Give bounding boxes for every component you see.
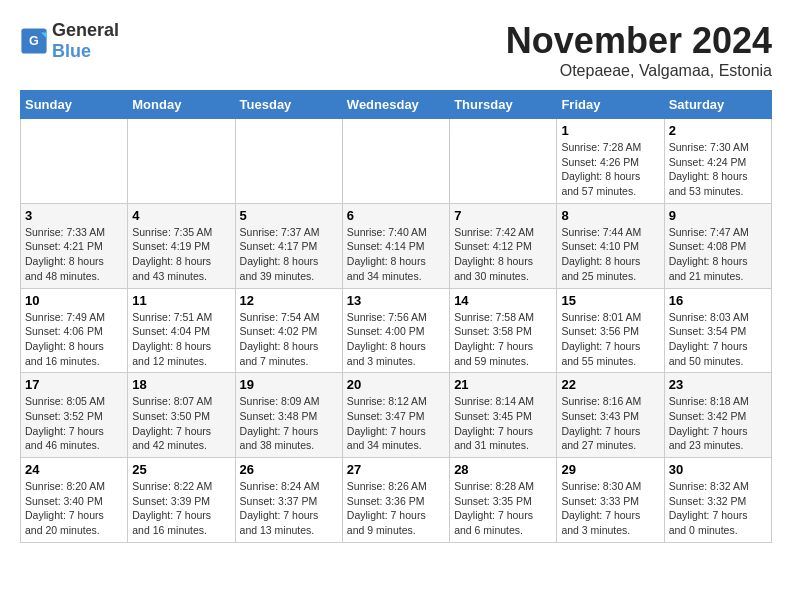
day-info: Sunrise: 7:30 AM Sunset: 4:24 PM Dayligh…: [669, 140, 767, 199]
table-row: 2Sunrise: 7:30 AM Sunset: 4:24 PM Daylig…: [664, 119, 771, 204]
day-number: 5: [240, 208, 338, 223]
location-subtitle: Otepaeae, Valgamaa, Estonia: [506, 62, 772, 80]
day-info: Sunrise: 8:30 AM Sunset: 3:33 PM Dayligh…: [561, 479, 659, 538]
table-row: 6Sunrise: 7:40 AM Sunset: 4:14 PM Daylig…: [342, 203, 449, 288]
day-info: Sunrise: 8:22 AM Sunset: 3:39 PM Dayligh…: [132, 479, 230, 538]
day-number: 2: [669, 123, 767, 138]
day-info: Sunrise: 7:54 AM Sunset: 4:02 PM Dayligh…: [240, 310, 338, 369]
day-info: Sunrise: 7:44 AM Sunset: 4:10 PM Dayligh…: [561, 225, 659, 284]
logo-icon: G: [20, 27, 48, 55]
col-thursday: Thursday: [450, 91, 557, 119]
day-number: 24: [25, 462, 123, 477]
table-row: 16Sunrise: 8:03 AM Sunset: 3:54 PM Dayli…: [664, 288, 771, 373]
day-info: Sunrise: 8:28 AM Sunset: 3:35 PM Dayligh…: [454, 479, 552, 538]
table-row: 26Sunrise: 8:24 AM Sunset: 3:37 PM Dayli…: [235, 458, 342, 543]
table-row: 21Sunrise: 8:14 AM Sunset: 3:45 PM Dayli…: [450, 373, 557, 458]
day-info: Sunrise: 8:03 AM Sunset: 3:54 PM Dayligh…: [669, 310, 767, 369]
table-row: 3Sunrise: 7:33 AM Sunset: 4:21 PM Daylig…: [21, 203, 128, 288]
table-row: 30Sunrise: 8:32 AM Sunset: 3:32 PM Dayli…: [664, 458, 771, 543]
calendar-table: Sunday Monday Tuesday Wednesday Thursday…: [20, 90, 772, 543]
calendar-week-row: 1Sunrise: 7:28 AM Sunset: 4:26 PM Daylig…: [21, 119, 772, 204]
day-number: 26: [240, 462, 338, 477]
day-number: 22: [561, 377, 659, 392]
day-number: 29: [561, 462, 659, 477]
col-saturday: Saturday: [664, 91, 771, 119]
table-row: 11Sunrise: 7:51 AM Sunset: 4:04 PM Dayli…: [128, 288, 235, 373]
logo: G General Blue: [20, 20, 119, 62]
day-info: Sunrise: 8:12 AM Sunset: 3:47 PM Dayligh…: [347, 394, 445, 453]
day-number: 4: [132, 208, 230, 223]
table-row: 17Sunrise: 8:05 AM Sunset: 3:52 PM Dayli…: [21, 373, 128, 458]
day-info: Sunrise: 7:49 AM Sunset: 4:06 PM Dayligh…: [25, 310, 123, 369]
day-number: 6: [347, 208, 445, 223]
day-number: 10: [25, 293, 123, 308]
logo-blue: Blue: [52, 41, 91, 61]
month-title: November 2024: [506, 20, 772, 62]
logo-text: General Blue: [52, 20, 119, 62]
day-info: Sunrise: 8:32 AM Sunset: 3:32 PM Dayligh…: [669, 479, 767, 538]
day-info: Sunrise: 8:05 AM Sunset: 3:52 PM Dayligh…: [25, 394, 123, 453]
day-number: 1: [561, 123, 659, 138]
page-header: G General Blue November 2024 Otepaeae, V…: [20, 20, 772, 80]
day-info: Sunrise: 7:35 AM Sunset: 4:19 PM Dayligh…: [132, 225, 230, 284]
day-info: Sunrise: 8:16 AM Sunset: 3:43 PM Dayligh…: [561, 394, 659, 453]
day-info: Sunrise: 8:09 AM Sunset: 3:48 PM Dayligh…: [240, 394, 338, 453]
day-number: 16: [669, 293, 767, 308]
day-number: 9: [669, 208, 767, 223]
table-row: [128, 119, 235, 204]
day-info: Sunrise: 8:20 AM Sunset: 3:40 PM Dayligh…: [25, 479, 123, 538]
day-number: 17: [25, 377, 123, 392]
table-row: 23Sunrise: 8:18 AM Sunset: 3:42 PM Dayli…: [664, 373, 771, 458]
day-number: 15: [561, 293, 659, 308]
table-row: 20Sunrise: 8:12 AM Sunset: 3:47 PM Dayli…: [342, 373, 449, 458]
table-row: 25Sunrise: 8:22 AM Sunset: 3:39 PM Dayli…: [128, 458, 235, 543]
day-info: Sunrise: 7:51 AM Sunset: 4:04 PM Dayligh…: [132, 310, 230, 369]
table-row: 24Sunrise: 8:20 AM Sunset: 3:40 PM Dayli…: [21, 458, 128, 543]
day-number: 8: [561, 208, 659, 223]
day-number: 21: [454, 377, 552, 392]
day-info: Sunrise: 7:42 AM Sunset: 4:12 PM Dayligh…: [454, 225, 552, 284]
table-row: 8Sunrise: 7:44 AM Sunset: 4:10 PM Daylig…: [557, 203, 664, 288]
table-row: 27Sunrise: 8:26 AM Sunset: 3:36 PM Dayli…: [342, 458, 449, 543]
day-info: Sunrise: 8:24 AM Sunset: 3:37 PM Dayligh…: [240, 479, 338, 538]
day-number: 3: [25, 208, 123, 223]
table-row: 5Sunrise: 7:37 AM Sunset: 4:17 PM Daylig…: [235, 203, 342, 288]
table-row: [235, 119, 342, 204]
day-number: 14: [454, 293, 552, 308]
table-row: 28Sunrise: 8:28 AM Sunset: 3:35 PM Dayli…: [450, 458, 557, 543]
day-number: 12: [240, 293, 338, 308]
table-row: 4Sunrise: 7:35 AM Sunset: 4:19 PM Daylig…: [128, 203, 235, 288]
table-row: 1Sunrise: 7:28 AM Sunset: 4:26 PM Daylig…: [557, 119, 664, 204]
col-monday: Monday: [128, 91, 235, 119]
day-number: 25: [132, 462, 230, 477]
day-info: Sunrise: 7:47 AM Sunset: 4:08 PM Dayligh…: [669, 225, 767, 284]
day-number: 23: [669, 377, 767, 392]
day-info: Sunrise: 7:28 AM Sunset: 4:26 PM Dayligh…: [561, 140, 659, 199]
day-info: Sunrise: 7:33 AM Sunset: 4:21 PM Dayligh…: [25, 225, 123, 284]
day-number: 18: [132, 377, 230, 392]
calendar-week-row: 24Sunrise: 8:20 AM Sunset: 3:40 PM Dayli…: [21, 458, 772, 543]
weekday-header-row: Sunday Monday Tuesday Wednesday Thursday…: [21, 91, 772, 119]
col-sunday: Sunday: [21, 91, 128, 119]
day-number: 30: [669, 462, 767, 477]
col-tuesday: Tuesday: [235, 91, 342, 119]
day-info: Sunrise: 7:58 AM Sunset: 3:58 PM Dayligh…: [454, 310, 552, 369]
table-row: 22Sunrise: 8:16 AM Sunset: 3:43 PM Dayli…: [557, 373, 664, 458]
day-number: 13: [347, 293, 445, 308]
day-info: Sunrise: 8:01 AM Sunset: 3:56 PM Dayligh…: [561, 310, 659, 369]
table-row: 19Sunrise: 8:09 AM Sunset: 3:48 PM Dayli…: [235, 373, 342, 458]
table-row: 7Sunrise: 7:42 AM Sunset: 4:12 PM Daylig…: [450, 203, 557, 288]
day-number: 19: [240, 377, 338, 392]
table-row: 15Sunrise: 8:01 AM Sunset: 3:56 PM Dayli…: [557, 288, 664, 373]
day-number: 27: [347, 462, 445, 477]
calendar-week-row: 17Sunrise: 8:05 AM Sunset: 3:52 PM Dayli…: [21, 373, 772, 458]
table-row: [342, 119, 449, 204]
day-info: Sunrise: 8:07 AM Sunset: 3:50 PM Dayligh…: [132, 394, 230, 453]
logo-general: General: [52, 20, 119, 40]
day-number: 20: [347, 377, 445, 392]
day-number: 7: [454, 208, 552, 223]
calendar-week-row: 3Sunrise: 7:33 AM Sunset: 4:21 PM Daylig…: [21, 203, 772, 288]
day-info: Sunrise: 8:14 AM Sunset: 3:45 PM Dayligh…: [454, 394, 552, 453]
table-row: 18Sunrise: 8:07 AM Sunset: 3:50 PM Dayli…: [128, 373, 235, 458]
table-row: 9Sunrise: 7:47 AM Sunset: 4:08 PM Daylig…: [664, 203, 771, 288]
